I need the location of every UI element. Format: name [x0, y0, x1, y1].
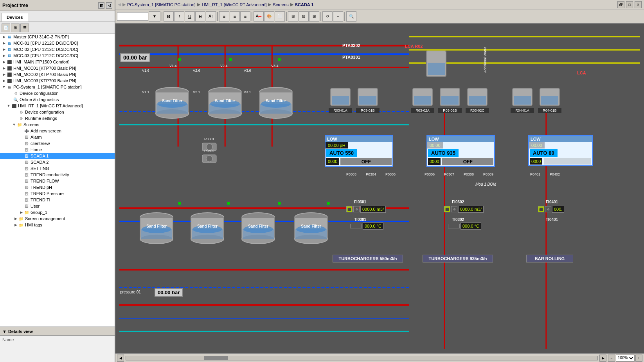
tree-item-hmi-mcc01[interactable]: ▶ ⬛ HMI_MCC01 [KTP700 Basic PN] — [0, 65, 115, 71]
tree-item-dev-config[interactable]: ⚙ Device configuration — [0, 90, 115, 96]
expander-hmi-rt[interactable]: ▼ — [6, 103, 11, 108]
expander-user[interactable] — [19, 204, 23, 208]
expander-hmi-tags[interactable]: ▶ — [13, 223, 18, 227]
expander-hmi-mcc03[interactable]: ▶ — [2, 78, 6, 83]
tree-item-hmi-main[interactable]: ▶ ⬛ HMI_MAIN [TP1500 Comfort] — [0, 59, 115, 65]
tree-item-alarm[interactable]: 🖼 Alarm — [0, 134, 115, 140]
rotate-btn[interactable]: ↻ — [322, 11, 333, 22]
tree-item-hmi-mcc03[interactable]: ▶ ⬛ HMI_MCC03 [KTP700 Basic PN] — [0, 78, 115, 84]
tree-item-scada1[interactable]: 🖼 SCADA 1 — [0, 153, 115, 159]
zoom-out[interactable]: − — [608, 355, 615, 362]
italic-button[interactable]: I — [174, 11, 184, 22]
tree-toolbar-list[interactable]: ☰ — [20, 24, 29, 32]
breadcrumb-hmi-rt[interactable]: HMI_RT_1 [WinCC RT Advanced] — [202, 2, 267, 7]
underline-button[interactable]: U — [185, 11, 195, 22]
expander-trend-flow[interactable] — [19, 179, 23, 183]
border-color[interactable]: ⬜ — [275, 11, 285, 22]
toolbar-font-grow[interactable]: A↑ — [206, 11, 216, 22]
expander-mcc01[interactable]: ▶ — [2, 41, 6, 45]
expander-runtime[interactable] — [13, 116, 18, 121]
tree-item-online-diag[interactable]: 🔍 Online & diagnostics — [0, 96, 115, 103]
scada-canvas[interactable]: 00.00 bar PTA0302 PTA0301 LCA R02 HCL — [115, 24, 644, 353]
tree-item-trend-pressure[interactable]: 🖼 TREND Pressure — [0, 190, 115, 197]
tree-toolbar-new[interactable]: 📄 — [2, 24, 10, 32]
flip-btn[interactable]: ↔ — [333, 11, 343, 22]
breadcrumb-pc-system[interactable]: PC-System_1 [SIMATIC PC station] — [127, 2, 196, 7]
expander-trend-ti[interactable] — [19, 197, 23, 202]
tree-item-home[interactable]: 🖼 Home — [0, 147, 115, 153]
scroll-thumb[interactable] — [204, 356, 228, 360]
group-btn[interactable]: ⊟ — [299, 11, 309, 22]
header-icon-1[interactable]: ◧ — [98, 2, 104, 9]
tree-item-mcc01[interactable]: ▶ 🖥 MCC-01 [CPU 1212C DC/DC/DC] — [0, 40, 115, 46]
tree-item-scada2[interactable]: 🖼 SCADA 2 — [0, 159, 115, 165]
breadcrumb-scada1[interactable]: SCADA 1 — [295, 2, 314, 7]
tree-toolbar-grid[interactable]: ⊞ — [11, 24, 20, 32]
tree-item-runtime-settings[interactable]: ⚙ Runtime settings — [0, 115, 115, 121]
horizontal-scrollbar[interactable] — [126, 356, 598, 360]
tree-item-trend-ph[interactable]: 🖼 TREND pH — [0, 184, 115, 190]
tree-item-hmi-tags[interactable]: ▶ 📁 HMI tags — [0, 222, 115, 228]
expander-scada2[interactable] — [19, 160, 23, 165]
tree-item-add-screen[interactable]: ➕ Add new screen — [0, 128, 115, 134]
scroll-left[interactable]: ◀ — [117, 355, 124, 362]
expander-dev-config2[interactable] — [13, 110, 18, 114]
tree-content[interactable]: ▶ 🖥 Master [CPU 314C-2 PN/DP] ▶ 🖥 MCC-01… — [0, 34, 115, 327]
ungroup-btn[interactable]: ⊞ — [309, 11, 319, 22]
tree-item-screens[interactable]: ▼ 📁 Screens — [0, 121, 115, 128]
expander-setting[interactable] — [19, 166, 23, 171]
tree-item-dev-config2[interactable]: ⚙ Device configuration — [0, 109, 115, 115]
expander-online[interactable] — [8, 97, 13, 102]
align-left[interactable]: ≡ — [219, 11, 229, 22]
expander-mcc03[interactable]: ▶ — [2, 53, 6, 58]
expander-group1[interactable]: ▶ — [19, 210, 23, 215]
tree-item-pc-system[interactable]: ▼ 🖥 PC-System_1 [SIMATIC PC station] — [0, 84, 115, 90]
expander-mcc02[interactable]: ▶ — [2, 47, 6, 52]
restore-btn[interactable]: 🗗 — [617, 1, 624, 8]
tree-item-trend-flow[interactable]: 🖼 TREND FLOW — [0, 178, 115, 184]
details-view-header[interactable]: ▼ Details view — [0, 327, 115, 336]
zoom-in[interactable]: + — [635, 355, 642, 362]
expander-trend-cond[interactable] — [19, 172, 23, 177]
expander-hmi-mcc01[interactable]: ▶ — [2, 66, 6, 71]
expander-clientview[interactable] — [19, 141, 23, 146]
maximize-btn[interactable]: □ — [626, 1, 633, 8]
expander-add-screen[interactable] — [19, 129, 23, 133]
tree-item-clientview[interactable]: 🖼 clientView — [0, 140, 115, 147]
tree-item-mcc02[interactable]: ▶ 🖥 MCC-02 [CPU 1212C DC/DC/DC] — [0, 46, 115, 52]
scroll-right[interactable]: ▶ — [599, 355, 606, 362]
zoom-btn[interactable]: 🔍 — [346, 11, 356, 22]
expander-scada1[interactable] — [19, 154, 23, 158]
tree-item-trend-cond[interactable]: 🖼 TREND conductivity — [0, 172, 115, 178]
tree-item-setting[interactable]: 🖼 SETTING — [0, 165, 115, 172]
expander-pc-system[interactable]: ▼ — [2, 85, 6, 89]
zoom-select[interactable]: 100% 75% 150% 200% — [616, 355, 635, 362]
expander-screens[interactable]: ▼ — [12, 122, 16, 127]
expander-trend-ph[interactable] — [19, 185, 23, 190]
header-icon-2[interactable]: ◁ — [106, 2, 112, 9]
expander-home[interactable] — [19, 147, 23, 152]
align-center[interactable]: ≡ — [230, 11, 240, 22]
expander-dev-config[interactable] — [8, 91, 13, 96]
breadcrumb-screens[interactable]: Screens — [273, 2, 288, 7]
tree-item-screen-mgmt[interactable]: ▶ 📁 Screen management — [0, 215, 115, 222]
toolbar-font-select[interactable]: ▼ — [149, 11, 160, 22]
font-color[interactable]: A▬ — [254, 11, 264, 22]
align-right[interactable]: ≡ — [240, 11, 250, 22]
strikethrough-button[interactable]: S — [195, 11, 205, 22]
tree-item-trend-ti[interactable]: 🖼 TREND TI — [0, 197, 115, 203]
tree-item-hmi-rt[interactable]: ▼ ⬛ HMI_RT_1 [WinCC RT Advanced] — [0, 103, 115, 109]
close-btn[interactable]: ✕ — [635, 1, 642, 8]
expander-trend-pressure[interactable] — [19, 191, 23, 196]
devices-tab[interactable]: Devices — [2, 13, 28, 22]
expander-screen-mgmt[interactable]: ▶ — [13, 216, 18, 221]
fill-color[interactable]: 🎨 — [264, 11, 274, 22]
expander-master[interactable]: ▶ — [2, 34, 6, 39]
bold-button[interactable]: B — [164, 11, 174, 22]
expander-hmi-mcc02[interactable]: ▶ — [2, 72, 6, 77]
tree-item-group1[interactable]: ▶ 📁 Group_1 — [0, 209, 115, 215]
toolbar-text-input[interactable] — [117, 12, 148, 21]
tree-item-mcc03[interactable]: ▶ 🖥 MCC-03 [CPU 1212C DC/DC/DC] — [0, 52, 115, 59]
arrange-btn[interactable]: ⊞ — [288, 11, 298, 22]
expander-alarm[interactable] — [19, 135, 23, 139]
